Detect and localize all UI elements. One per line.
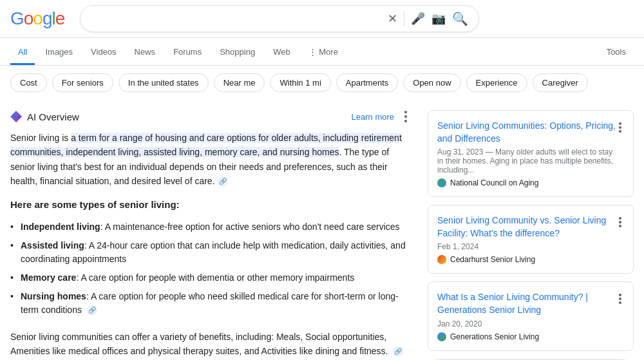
chip-in-united-states[interactable]: In the united states [118, 73, 209, 92]
tab-forums[interactable]: Forums [166, 41, 209, 65]
side-card-3-header: What Is a Senior Living Community? | Gen… [437, 291, 624, 319]
side-column: Senior Living Communities: Options, Pric… [428, 110, 634, 360]
learn-more-link[interactable]: Learn more [352, 112, 394, 122]
side-card-3-source: Generations Senior Living [437, 332, 624, 341]
side-card-3-menu[interactable] [616, 291, 624, 307]
side-card-1-date: Aug 31, 2023 — Many older adults will el… [437, 147, 616, 175]
tab-videos[interactable]: Videos [83, 41, 124, 65]
main-column: AI Overview Learn more Senior living is … [10, 110, 412, 360]
tab-shopping[interactable]: Shopping [212, 41, 263, 65]
side-card-1-title[interactable]: Senior Living Communities: Options, Pric… [437, 120, 616, 145]
side-card-2-favicon [437, 255, 446, 264]
side-card-1-source: National Council on Aging [437, 178, 624, 187]
ai-overview-title: AI Overview [10, 111, 79, 122]
tab-tools[interactable]: Tools [599, 41, 634, 65]
type-assisted: Assisted living: A 24-hour care option t… [10, 236, 412, 269]
side-card-1-favicon [437, 178, 446, 187]
content: AI Overview Learn more Senior living is … [0, 100, 644, 360]
side-card-3-title[interactable]: What Is a Senior Living Community? | Gen… [437, 291, 616, 316]
chip-cost[interactable]: Cost [10, 73, 47, 92]
type-memory: Memory care: A care option for people wi… [10, 269, 412, 287]
clear-icon[interactable]: ✕ [388, 12, 397, 26]
search-icons: ✕ 🎤 📷 🔍 [388, 11, 468, 26]
search-icon[interactable]: 🔍 [452, 11, 468, 26]
side-card-2[interactable]: Senior Living Community vs. Senior Livin… [428, 205, 634, 274]
tab-all[interactable]: All [10, 41, 35, 65]
side-card-2-header: Senior Living Community vs. Senior Livin… [437, 214, 624, 242]
more-options-button[interactable] [399, 110, 412, 123]
header: Google what is senior living ✕ 🎤 📷 🔍 [0, 0, 644, 38]
chip-experience[interactable]: Experience [466, 73, 527, 92]
summary-source-link[interactable]: 🔗 [393, 346, 403, 357]
camera-icon[interactable]: 📷 [431, 12, 446, 26]
ai-summary-text: Senior living communities can offer a va… [10, 330, 412, 359]
tab-images[interactable]: Images [37, 41, 80, 65]
side-card-3-favicon [437, 332, 446, 341]
side-card-1-menu[interactable] [616, 120, 624, 135]
chip-within-1mi[interactable]: Within 1 mi [270, 73, 330, 92]
type-memory-term: Memory care [21, 272, 76, 283]
side-card-2-menu[interactable] [616, 214, 624, 230]
search-input[interactable]: what is senior living [91, 13, 383, 24]
type-independent-desc: : A maintenance-free option for active s… [100, 222, 400, 232]
type-assisted-term: Assisted living [21, 240, 84, 251]
side-card-2-title[interactable]: Senior Living Community vs. Senior Livin… [437, 214, 616, 240]
source-link-icon[interactable]: 🔗 [218, 176, 228, 187]
side-card-2-date: Feb 1, 2024 [437, 242, 624, 251]
tab-web[interactable]: Web [265, 41, 298, 65]
microphone-icon[interactable]: 🎤 [411, 12, 425, 26]
side-card-1-snippet: Many older adults will elect to stay in … [437, 147, 613, 175]
type-memory-desc: : A care option for people with dementia… [76, 272, 354, 283]
tab-news[interactable]: News [127, 41, 164, 65]
type-nursing: Nursing homes: A care option for people … [10, 287, 412, 319]
nav-tabs: All Images Videos News Forums Shopping W… [0, 38, 644, 66]
search-bar: what is senior living ✕ 🎤 📷 🔍 [80, 5, 479, 32]
types-list: Independent living: A maintenance-free o… [10, 218, 412, 319]
search-bar-wrapper: what is senior living ✕ 🎤 📷 🔍 [80, 5, 479, 32]
ai-intro-text: Senior living is a term for a range of h… [10, 131, 412, 189]
chip-caregiver[interactable]: Caregiver [533, 73, 588, 92]
side-card-1-header: Senior Living Communities: Options, Pric… [437, 120, 624, 178]
side-card-1-source-name: National Council on Aging [450, 178, 538, 187]
ai-overview-label: AI Overview [27, 111, 79, 122]
nursing-source-link[interactable]: 🔗 [87, 305, 97, 316]
side-card-3[interactable]: What Is a Senior Living Community? | Gen… [428, 281, 634, 350]
type-independent: Independent living: A maintenance-free o… [10, 218, 412, 236]
side-card-1[interactable]: Senior Living Communities: Options, Pric… [428, 110, 634, 197]
side-card-2-source-name: Cedarhurst Senior Living [450, 255, 535, 264]
types-heading: Here are some types of senior living: [10, 199, 412, 210]
filter-chips: Cost For seniors In the united states Ne… [0, 66, 644, 100]
side-card-3-date: Jan 20, 2020 [437, 319, 624, 328]
google-logo: Google [10, 8, 64, 29]
ai-intro-before: Senior living is [10, 133, 71, 143]
side-card-3-source-name: Generations Senior Living [450, 332, 539, 341]
type-independent-term: Independent living [21, 222, 100, 232]
chip-for-seniors[interactable]: For seniors [52, 73, 113, 92]
ai-overview-header: AI Overview Learn more [10, 110, 412, 123]
ai-diamond-icon [10, 111, 22, 122]
side-card-2-source: Cedarhurst Senior Living [437, 255, 624, 264]
chip-open-now[interactable]: Open now [403, 73, 460, 92]
chip-near-me[interactable]: Near me [214, 73, 265, 92]
tab-more[interactable]: ⋮ More [301, 41, 346, 65]
type-nursing-term: Nursing homes [21, 291, 86, 301]
chip-apartments[interactable]: Apartments [336, 73, 398, 92]
